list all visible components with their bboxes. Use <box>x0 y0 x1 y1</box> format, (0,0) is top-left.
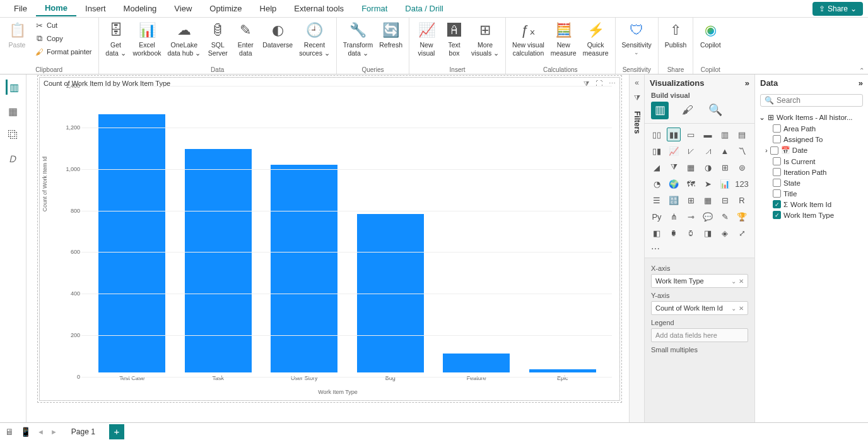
collapse-viz-icon[interactable]: » <box>745 78 749 88</box>
viz-type-5[interactable]: ▤ <box>735 128 749 141</box>
checkbox[interactable]: ✓ <box>773 211 781 219</box>
ribbon.data.getData-button[interactable]: 🗄Get data ⌄ <box>103 19 129 58</box>
viz-type-29[interactable]: R <box>735 193 749 207</box>
viz-type-40[interactable]: ◈ <box>718 226 732 240</box>
field-is-current[interactable]: Is Current <box>759 156 864 167</box>
well-legend[interactable]: Add data fields here <box>651 328 748 342</box>
publish-button[interactable]: ⇧Publish <box>662 19 689 51</box>
viz-type-1[interactable]: ▮▮ <box>667 128 681 141</box>
field-iteration-path[interactable]: Iteration Path <box>759 167 864 177</box>
viz-type-22[interactable]: 📊 <box>718 177 732 191</box>
report-view-icon[interactable]: ▥ <box>6 80 21 95</box>
remove-icon[interactable]: ✕ <box>739 305 744 312</box>
column-chart-visual[interactable]: Count of Work Item Id by Work Item Type … <box>39 77 620 401</box>
viz-type-12[interactable]: ◢ <box>650 160 664 174</box>
well-xaxis[interactable]: Work Item Type⌄✕ <box>651 274 748 288</box>
bar-task[interactable]: Task <box>175 90 262 372</box>
ribbon.data.enter-button[interactable]: ✎Enter data <box>232 19 259 58</box>
table-view-icon[interactable]: ▦ <box>6 104 21 119</box>
viz-type-31[interactable]: ⋔ <box>667 210 681 223</box>
viz-type-35[interactable]: 🏆 <box>735 210 749 223</box>
viz-type-28[interactable]: ⊟ <box>718 193 732 207</box>
ribbon.calc.newVisCalc-button[interactable]: ƒₓNew visual calculation <box>510 19 547 58</box>
menu-format[interactable]: Format <box>353 1 396 16</box>
viz-type-41[interactable]: ⤢ <box>735 226 749 240</box>
desktop-layout-icon[interactable]: 🖥 <box>5 427 14 437</box>
paste-button[interactable]: 📋Paste <box>4 19 30 51</box>
ribbon.data.sql-button[interactable]: 🛢SQL Server <box>204 19 231 58</box>
viz-type-0[interactable]: ▯▯ <box>650 128 664 141</box>
viz-type-2[interactable]: ▭ <box>684 128 698 141</box>
ribbon.calc.quick-button[interactable]: ⚡Quick measure <box>580 19 611 58</box>
ribbon.queries.transform-button[interactable]: 🔧Transform data ⌄ <box>341 19 375 58</box>
viz-type-15[interactable]: ◑ <box>701 160 715 174</box>
viz-type-17[interactable]: ⊚ <box>735 160 749 174</box>
ribbon.insert.newVisual-button[interactable]: 📈New visual <box>413 19 440 58</box>
viz-type-21[interactable]: ➤ <box>701 177 715 191</box>
ribbon.queries.refresh-button[interactable]: 🔄Refresh <box>377 19 405 51</box>
well-yaxis[interactable]: Count of Work Item Id⌄✕ <box>651 301 748 315</box>
checkbox[interactable] <box>770 146 778 155</box>
viz-more-icon[interactable]: ⋯ <box>645 244 754 258</box>
menu-insert[interactable]: Insert <box>76 1 115 16</box>
field-work-item-id[interactable]: ✓ΣWork Item Id <box>759 199 864 210</box>
viz-type-32[interactable]: ⊸ <box>684 210 698 223</box>
field-date[interactable]: ›📅Date <box>759 145 864 156</box>
bar-bug[interactable]: Bug <box>348 90 434 372</box>
field-title[interactable]: Title <box>759 188 864 199</box>
checkbox[interactable] <box>773 189 781 198</box>
viz-type-26[interactable]: ⊞ <box>684 193 698 207</box>
page-tab[interactable]: Page 1 <box>64 425 103 438</box>
checkbox[interactable] <box>773 179 781 187</box>
add-page-button[interactable]: + <box>109 424 124 439</box>
viz-type-16[interactable]: ⊞ <box>718 160 732 174</box>
menu-file[interactable]: File <box>5 1 36 16</box>
field-work-item-type[interactable]: ✓Work Item Type <box>759 210 864 220</box>
build-tab-fields[interactable]: ▥ <box>651 102 669 119</box>
checkbox[interactable] <box>773 135 781 143</box>
filters-funnel-icon[interactable]: ⧩ <box>634 93 640 102</box>
format-painter-button[interactable]: 🖌Format painter <box>32 45 95 58</box>
viz-type-6[interactable]: ▯▮ <box>650 144 664 158</box>
field-assigned-to[interactable]: Assigned To <box>759 134 864 145</box>
viz-type-7[interactable]: 📈 <box>667 144 681 158</box>
copy-button[interactable]: ⧉Copy <box>32 32 95 45</box>
menu-home[interactable]: Home <box>36 1 76 16</box>
bar-test-case[interactable]: Test Case <box>89 90 175 372</box>
menu-data-drill[interactable]: Data / Drill <box>396 1 452 16</box>
viz-type-3[interactable]: ▬ <box>701 128 715 141</box>
menu-optimize[interactable]: Optimize <box>201 1 250 16</box>
viz-type-10[interactable]: ▲ <box>718 144 732 158</box>
viz-type-34[interactable]: ✎ <box>718 210 732 223</box>
chevron-down-icon[interactable]: ⌄ <box>731 278 736 285</box>
viz-type-8[interactable]: ⩗ <box>684 144 698 158</box>
viz-type-27[interactable]: ▦ <box>701 193 715 207</box>
next-page-icon[interactable]: ► <box>50 428 57 436</box>
viz-type-23[interactable]: 123 <box>735 177 749 191</box>
viz-type-20[interactable]: 🗺 <box>684 177 698 191</box>
copilot-button[interactable]: ◉Copilot <box>697 19 724 51</box>
chevron-down-icon[interactable]: ⌄ <box>731 305 736 312</box>
cut-button[interactable]: ✂Cut <box>32 19 95 32</box>
bar-feature[interactable]: Feature <box>433 90 520 372</box>
viz-type-18[interactable]: ◔ <box>650 177 664 191</box>
prev-page-icon[interactable]: ◄ <box>37 428 44 436</box>
field-area-path[interactable]: Area Path <box>759 123 864 134</box>
menu-modeling[interactable]: Modeling <box>115 1 166 16</box>
viz-type-39[interactable]: ◨ <box>701 226 715 240</box>
ribbon.calc.newMeasure-button[interactable]: 🧮New measure <box>548 19 579 58</box>
build-tab-analytics[interactable]: 🔍 <box>707 102 724 119</box>
viz-type-9[interactable]: ⩘ <box>701 144 715 158</box>
mobile-layout-icon[interactable]: 📱 <box>20 427 31 437</box>
ribbon.insert.textBox-button[interactable]: 🅰Text box <box>441 19 467 58</box>
remove-icon[interactable]: ✕ <box>739 278 744 285</box>
field-state[interactable]: State <box>759 177 864 188</box>
viz-type-37[interactable]: ⧯ <box>667 226 681 240</box>
collapse-ribbon-icon[interactable]: ⌃ <box>859 67 864 74</box>
viz-type-14[interactable]: ▦ <box>684 160 698 174</box>
ribbon.data.onelake-button[interactable]: ☁OneLake data hub ⌄ <box>165 19 203 58</box>
bar-epic[interactable]: Epic <box>520 90 606 372</box>
search-input[interactable] <box>777 96 868 105</box>
dax-view-icon[interactable]: 𝘋 <box>6 152 21 167</box>
checkbox[interactable] <box>773 157 781 165</box>
